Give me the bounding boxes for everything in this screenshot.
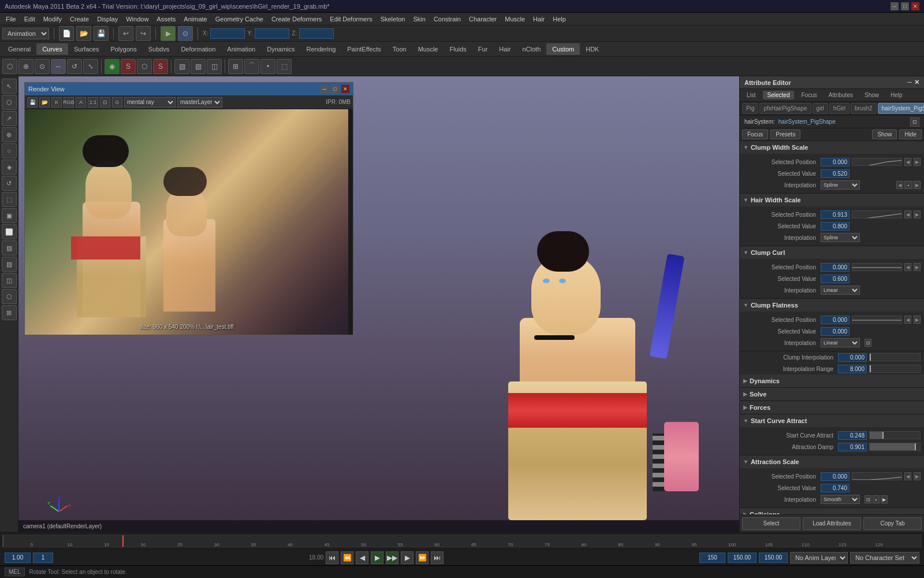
as-reset1-icon[interactable]: ⊡ [865,495,871,503]
attr-close-btn[interactable]: ✕ [914,79,919,86]
as-reset3-icon[interactable]: ▶ [881,495,888,503]
value-clump-width-val[interactable]: 0.520 [821,169,850,178]
menu-create-deformers[interactable]: Create Deformers [268,14,325,24]
side-tool-4[interactable]: ⊕ [2,127,17,142]
section-header-hair-width[interactable]: Hair Width Scale [740,194,924,206]
hide-button[interactable]: Hide [899,129,922,139]
side-tool-13[interactable]: ◫ [2,273,17,288]
value-attract-damp[interactable]: 0.901 [838,443,867,451]
curve-attract-scale[interactable] [852,472,902,480]
value-as-val[interactable]: 0.740 [821,484,850,492]
attr-tab-selected[interactable]: Selected [763,91,795,99]
tab-subdvs[interactable]: Subdvs [143,43,176,55]
section-header-dynamics[interactable]: Dynamics [740,375,924,387]
pfx-s-icon[interactable]: S [153,59,168,74]
curve-nav-prev-hw[interactable]: ◀ [904,210,911,218]
tab-general[interactable]: General [2,43,36,55]
pfx-icon[interactable]: ⬡ [137,59,152,74]
select-hair-width-interp[interactable]: Spline Linear Smooth [821,233,860,242]
side-tool-2[interactable]: ⬡ [2,95,17,110]
z-field[interactable] [299,28,334,39]
copy-tab-button[interactable]: Copy Tab [863,517,922,530]
value-clump-width-pos[interactable]: 0.000 [821,158,850,166]
timeline-playhead[interactable] [122,535,124,547]
maximize-button[interactable]: □ [901,2,909,10]
select-button[interactable]: Select [742,517,800,530]
curve-clump-width[interactable] [852,158,902,166]
rv-renderer-select[interactable]: mental ray Maya Software [124,97,176,108]
render-all-icon[interactable]: ◫ [207,59,222,74]
menu-assets[interactable]: Assets [153,14,179,24]
range-end-field[interactable] [728,553,757,563]
side-tool-8[interactable]: ⬚ [2,192,17,207]
rv-rgb-icon[interactable]: RGB [64,97,74,108]
attr-tab-focus[interactable]: Focus [796,91,821,99]
render-active-icon[interactable]: ▧ [191,59,206,74]
prev-frame-btn[interactable]: ⏪ [341,551,353,564]
flat-reset-icon[interactable]: ⊡ [865,339,871,347]
select-tool-icon[interactable]: ⬡ [2,59,17,74]
as-reset2-icon[interactable]: • [873,495,880,503]
curve-nav-next-flat[interactable]: ▶ [914,316,921,324]
rv-minimize[interactable]: ─ [321,85,329,93]
tab-fur[interactable]: Fur [472,43,494,55]
menu-constrain[interactable]: Constrain [430,14,464,24]
close-button[interactable]: ✕ [911,2,919,10]
curve-clump-curl[interactable] [852,263,902,271]
rv-a-icon[interactable]: A [76,97,86,108]
side-tool-9[interactable]: ▣ [2,208,17,223]
play-all-btn[interactable]: ▶▶ [386,551,398,564]
curve-nav-next-as[interactable]: ▶ [914,472,921,480]
section-header-clump-flatness[interactable]: Clump Flatness [740,299,924,312]
start-frame-field[interactable] [5,553,31,563]
open-scene-icon[interactable]: 📂 [76,26,91,41]
attr-min-btn[interactable]: ─ [907,79,912,86]
slider-interp-range[interactable] [869,365,921,373]
node-tab-hgirl[interactable]: hGirl [829,103,850,114]
x-field[interactable] [210,28,245,39]
minimize-button[interactable]: ─ [891,2,899,10]
menu-edit-deformers[interactable]: Edit Deformers [326,14,375,24]
lasso-icon[interactable]: ⊕ [18,59,33,74]
char-set-select[interactable]: No Character Set [850,552,919,564]
tab-ncloth[interactable]: nCloth [517,43,547,55]
presets-button[interactable]: Presets [770,129,800,139]
snap-curve-icon[interactable]: ⌒ [244,59,259,74]
side-tool-7[interactable]: ↺ [2,176,17,191]
menu-file[interactable]: File [2,14,20,24]
load-attributes-button[interactable]: Load Attributes [803,517,861,530]
timeline-ruler[interactable]: 0 5 10 15 20 25 30 35 40 45 50 55 60 65 … [2,535,922,547]
attr-tab-help[interactable]: Help [886,91,907,99]
side-tool-10[interactable]: ⬜ [2,224,17,239]
side-tool-14[interactable]: ⬡ [2,289,17,304]
side-tool-3[interactable]: ↗ [2,111,17,126]
section-header-clump-curl[interactable]: Clump Curl [740,246,924,259]
tab-deformation[interactable]: Deformation [175,43,221,55]
value-hair-width-val[interactable]: 0.800 [821,222,850,231]
curve-nav-prev-flat[interactable]: ◀ [904,316,911,324]
node-tab-pig[interactable]: Pig [742,103,758,114]
slider-clump-interp[interactable] [869,353,921,361]
rv-open-icon[interactable]: 📂 [39,97,50,108]
rv-save-icon[interactable]: 💾 [27,97,38,108]
curve-nav-prev-clump-width[interactable]: ◀ [904,158,911,166]
ipr-icon[interactable]: ⊙ [178,26,193,41]
value-interp-range[interactable]: 8.000 [838,365,867,373]
curve-clump-flatness[interactable] [852,316,902,324]
value-flat-pos[interactable]: 0.000 [821,316,850,324]
move-icon[interactable]: ↔ [51,59,66,74]
side-tool-11[interactable]: ▨ [2,240,17,255]
hair-system-opt-btn[interactable]: ⊡ [910,117,919,127]
play-btn[interactable]: ▶ [371,551,383,564]
rv-opt-icon[interactable]: ⊙ [112,97,122,108]
viewport-area[interactable]: Render View ─ □ ✕ 💾 📂 K RGB A 1:1 ⊡ ⊙ me… [18,76,739,532]
attr-tab-attributes[interactable]: Attributes [824,91,858,99]
menu-modify[interactable]: Modify [40,14,65,24]
tab-painteffects[interactable]: PaintEffects [341,43,387,55]
curve-hair-width[interactable] [852,210,902,218]
go-end-btn[interactable]: ⏭ [431,551,444,564]
curve-nav-prev-curl[interactable]: ◀ [904,263,911,271]
attr-tab-list[interactable]: List [742,91,761,99]
tab-muscle[interactable]: Muscle [412,43,444,55]
rv-ratio-icon[interactable]: 1:1 [88,97,98,108]
